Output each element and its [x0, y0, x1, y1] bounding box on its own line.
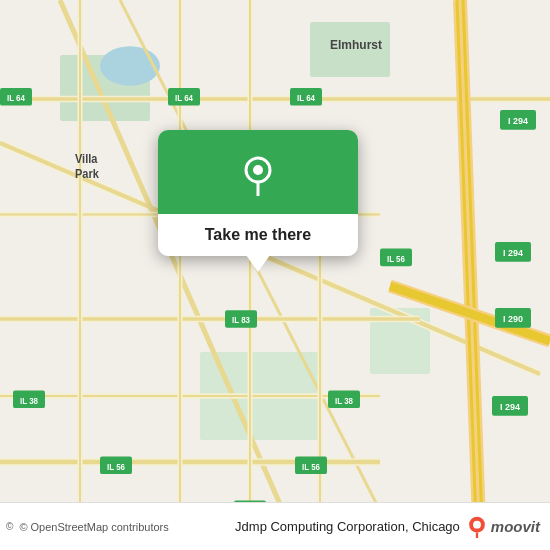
svg-text:I 294: I 294 [500, 401, 521, 413]
svg-text:Villa: Villa [75, 152, 98, 165]
popup-header [158, 130, 358, 214]
svg-point-66 [473, 520, 481, 528]
moovit-logo: moovit [466, 516, 540, 538]
svg-text:I 294: I 294 [508, 115, 529, 127]
svg-text:I 290: I 290 [503, 313, 523, 325]
take-me-there-button[interactable]: Take me there [205, 226, 311, 244]
svg-text:IL 83: IL 83 [232, 315, 250, 325]
popup-body: Take me there [158, 214, 358, 256]
svg-point-4 [100, 46, 160, 86]
city-name-text: Chicago [412, 519, 460, 534]
svg-text:IL 38: IL 38 [20, 395, 38, 405]
company-name-text: Jdmp Computing Corporation, [235, 519, 408, 534]
svg-text:Elmhurst: Elmhurst [330, 38, 383, 53]
moovit-pin-icon [466, 516, 488, 538]
map-footer: © © OpenStreetMap contributors Jdmp Comp… [0, 502, 550, 550]
svg-point-64 [253, 165, 263, 175]
svg-text:IL 56: IL 56 [302, 461, 320, 471]
svg-text:IL 64: IL 64 [175, 93, 193, 103]
svg-text:IL 64: IL 64 [7, 93, 25, 103]
svg-text:IL 56: IL 56 [107, 461, 125, 471]
svg-text:IL 56: IL 56 [387, 253, 405, 263]
map-container: I 294 I 294 I 294 I 290 IL 83 IL 38 IL 3… [0, 0, 550, 550]
svg-text:IL 64: IL 64 [297, 93, 315, 103]
location-popup: Take me there [158, 130, 358, 256]
roads-overlay: I 294 I 294 I 294 I 290 IL 83 IL 38 IL 3… [0, 0, 550, 550]
popup-arrow [246, 255, 270, 272]
osm-attribution: © OpenStreetMap contributors [19, 521, 168, 533]
svg-line-8 [120, 0, 400, 550]
footer-left: © © OpenStreetMap contributors [6, 521, 169, 533]
copyright-symbol: © [6, 521, 13, 532]
footer-right: Jdmp Computing Corporation, Chicago moov… [235, 516, 540, 538]
svg-text:IL 38: IL 38 [335, 395, 353, 405]
location-pin-icon [236, 152, 280, 196]
moovit-brand-text: moovit [491, 518, 540, 535]
company-name: Jdmp Computing Corporation, Chicago [235, 519, 460, 534]
svg-text:I 294: I 294 [503, 247, 524, 259]
svg-text:Park: Park [75, 168, 99, 181]
